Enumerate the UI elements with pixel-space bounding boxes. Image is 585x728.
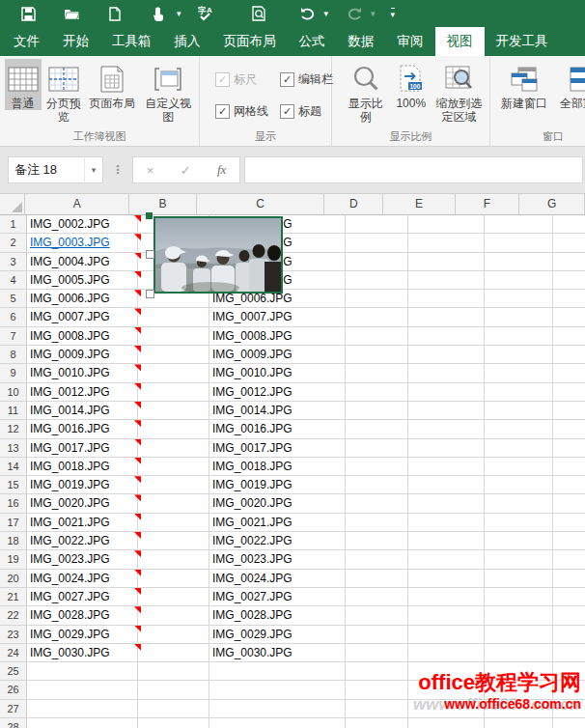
cell-D22[interactable]	[346, 606, 408, 625]
cell-G28[interactable]	[553, 718, 585, 728]
tab-工具箱[interactable]: 工具箱	[100, 27, 163, 56]
cell-D27[interactable]	[346, 700, 408, 718]
cell-E1[interactable]	[408, 215, 485, 234]
cell-A3[interactable]: IMG_0004.JPG	[27, 253, 138, 271]
cell-C18[interactable]: IMG_0022.JPG	[209, 532, 346, 550]
cell-D24[interactable]	[346, 644, 408, 662]
cell-E21[interactable]	[408, 588, 485, 606]
select-all-corner[interactable]	[0, 194, 25, 215]
cell-E7[interactable]	[408, 327, 485, 346]
column-header-D[interactable]: D	[324, 194, 383, 215]
tab-插入[interactable]: 插入	[163, 27, 212, 56]
ruler-checkbox-box[interactable]: ✓	[215, 72, 230, 87]
cell-D13[interactable]	[346, 439, 408, 458]
cell-C16[interactable]: IMG_0020.JPG	[209, 494, 346, 513]
cell-C8[interactable]: IMG_0009.JPG	[209, 346, 346, 364]
cell-A17[interactable]: IMG_0021.JPG	[27, 514, 138, 532]
row-header-25[interactable]: 25	[0, 662, 27, 681]
cell-F2[interactable]	[485, 234, 553, 252]
cell-E5[interactable]	[408, 290, 485, 308]
cell-E14[interactable]	[408, 458, 485, 476]
touch-mode-caret-icon[interactable]: ▾	[177, 9, 181, 18]
cell-B7[interactable]	[138, 327, 209, 346]
spelling-icon[interactable]: 字A	[191, 4, 220, 23]
cell-A19[interactable]: IMG_0023.JPG	[27, 550, 138, 569]
row-header-23[interactable]: 23	[0, 626, 27, 644]
cell-G9[interactable]	[553, 364, 585, 382]
row-header-19[interactable]: 19	[0, 550, 27, 569]
redo-icon[interactable]	[340, 4, 369, 23]
cell-A18[interactable]: IMG_0022.JPG	[27, 532, 138, 550]
touch-mode-icon[interactable]	[144, 4, 173, 23]
cell-A23[interactable]: IMG_0029.JPG	[27, 626, 138, 644]
cell-G11[interactable]	[553, 402, 585, 420]
cell-C20[interactable]: IMG_0024.JPG	[209, 570, 346, 588]
cell-A9[interactable]: IMG_0010.JPG	[27, 364, 138, 382]
cell-B9[interactable]	[138, 364, 209, 382]
cell-E17[interactable]	[408, 514, 485, 532]
row-header-5[interactable]: 5	[0, 290, 27, 308]
cell-E12[interactable]	[408, 420, 485, 438]
cell-E18[interactable]	[408, 532, 485, 550]
cell-G16[interactable]	[553, 494, 585, 513]
cell-G15[interactable]	[553, 476, 585, 494]
row-header-22[interactable]: 22	[0, 606, 27, 625]
cell-A11[interactable]: IMG_0014.JPG	[27, 402, 138, 420]
cell-D12[interactable]	[346, 420, 408, 438]
cell-E13[interactable]	[408, 439, 485, 458]
cell-F26[interactable]	[485, 681, 553, 699]
cell-F4[interactable]	[485, 271, 553, 290]
row-header-21[interactable]: 21	[0, 588, 27, 606]
print-preview-icon[interactable]	[244, 4, 273, 23]
cell-E2[interactable]	[408, 234, 485, 252]
cell-F10[interactable]	[485, 383, 553, 402]
column-header-F[interactable]: F	[456, 194, 520, 215]
cell-A10[interactable]: IMG_0012.JPG	[27, 383, 138, 402]
row-header-13[interactable]: 13	[0, 439, 27, 458]
cell-B20[interactable]	[138, 570, 209, 588]
formula-bar-grip-icon[interactable]: ⋮	[112, 163, 124, 177]
zoom-100-button[interactable]: 100 100%	[392, 59, 430, 110]
cell-A22[interactable]: IMG_0028.JPG	[27, 606, 138, 625]
cell-F14[interactable]	[485, 458, 553, 476]
cell-E27[interactable]	[408, 700, 485, 718]
cell-F11[interactable]	[485, 402, 553, 420]
cell-G6[interactable]	[553, 308, 585, 326]
ruler-checkbox[interactable]: ✓ 标尺	[215, 71, 268, 88]
cell-F12[interactable]	[485, 420, 553, 438]
cell-A5[interactable]: IMG_0006.JPG	[27, 290, 138, 308]
cell-F17[interactable]	[485, 514, 553, 532]
cell-C24[interactable]: IMG_0030.JPG	[209, 644, 346, 662]
redo-caret-icon[interactable]: ▾	[371, 9, 376, 18]
cell-F6[interactable]	[485, 308, 553, 326]
headings-checkbox[interactable]: ✓ 标题	[280, 103, 333, 120]
cell-D20[interactable]	[346, 570, 408, 588]
cell-C11[interactable]: IMG_0014.JPG	[209, 402, 346, 420]
zoom-button[interactable]: 显示比例	[341, 59, 390, 124]
cell-E16[interactable]	[408, 494, 485, 513]
row-header-16[interactable]: 16	[0, 494, 27, 513]
cell-G13[interactable]	[553, 439, 585, 458]
cell-E28[interactable]	[408, 718, 485, 728]
cell-C13[interactable]: IMG_0017.JPG	[209, 439, 346, 458]
cell-D6[interactable]	[346, 308, 408, 326]
cell-B25[interactable]	[138, 662, 209, 681]
headings-checkbox-box[interactable]: ✓	[280, 104, 294, 119]
new-window-button[interactable]: 新建窗口	[497, 59, 551, 110]
cell-F25[interactable]	[485, 662, 553, 681]
row-header-18[interactable]: 18	[0, 532, 27, 550]
cell-A7[interactable]: IMG_0008.JPG	[27, 327, 138, 346]
cell-D8[interactable]	[346, 346, 408, 364]
cell-E11[interactable]	[408, 402, 485, 420]
cell-D9[interactable]	[346, 364, 408, 382]
cell-G17[interactable]	[553, 514, 585, 532]
cell-E25[interactable]	[408, 662, 485, 681]
cell-C27[interactable]	[209, 700, 346, 718]
cell-G5[interactable]	[553, 290, 585, 308]
row-header-1[interactable]: 1	[0, 215, 27, 234]
cell-G18[interactable]	[553, 532, 585, 550]
cell-F27[interactable]	[485, 700, 553, 718]
cell-G10[interactable]	[553, 383, 585, 402]
cell-A6[interactable]: IMG_0007.JPG	[27, 308, 138, 326]
cell-D19[interactable]	[346, 550, 408, 569]
